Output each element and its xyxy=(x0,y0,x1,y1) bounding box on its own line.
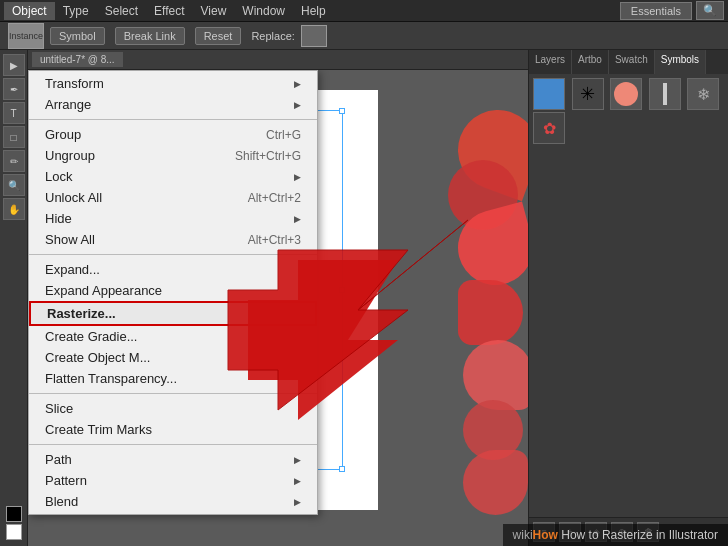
menu-item-group-label: Group xyxy=(45,127,266,142)
instance-area: Instance Symbol Break Link Reset Replace… xyxy=(8,23,327,49)
menu-item-arrange-label: Arrange xyxy=(45,97,294,112)
tool-rect[interactable]: □ xyxy=(3,126,25,148)
symbol-toolbar: Instance Symbol Break Link Reset Replace… xyxy=(0,22,728,50)
menu-item-show-all-label: Show All xyxy=(45,232,248,247)
wikihow-watermark: wikiHow How to Rasterize in Illustrator xyxy=(503,524,728,546)
menu-item-slice-label: Slice xyxy=(45,401,301,416)
tool-pen[interactable]: ✒ xyxy=(3,78,25,100)
menu-item-rasterize-label: Rasterize... xyxy=(47,306,299,321)
divider-3 xyxy=(29,393,317,394)
wikihow-how-text: How xyxy=(533,528,558,542)
divider-2 xyxy=(29,254,317,255)
menu-item-expand[interactable]: Expand... xyxy=(29,259,317,280)
menu-item-effect[interactable]: Effect xyxy=(146,2,192,20)
menu-item-expand-label: Expand... xyxy=(45,262,301,277)
wikihow-title-text: How to Rasterize in Illustrator xyxy=(561,528,718,542)
tool-hand[interactable]: ✋ xyxy=(3,198,25,220)
menu-item-blend-label: Blend xyxy=(45,494,294,509)
essentials-dropdown[interactable]: Essentials xyxy=(620,2,692,20)
menu-item-group[interactable]: Group Ctrl+G xyxy=(29,124,317,145)
instance-icon: Instance xyxy=(8,23,44,49)
tool-text[interactable]: T xyxy=(3,102,25,124)
menu-item-object[interactable]: Object xyxy=(4,2,55,20)
menu-item-slice[interactable]: Slice xyxy=(29,398,317,419)
menu-item-type[interactable]: Type xyxy=(55,2,97,20)
menu-item-transform-label: Transform xyxy=(45,76,294,91)
menu-item-unlock-all-label: Unlock All xyxy=(45,190,248,205)
menu-item-path-label: Path xyxy=(45,452,294,467)
symbol-thumb-4[interactable]: ❄ xyxy=(687,78,719,110)
panel-tab-symbols[interactable]: Symbols xyxy=(655,50,706,74)
menu-item-transform[interactable]: Transform xyxy=(29,73,317,94)
menu-item-help[interactable]: Help xyxy=(293,2,334,20)
handle-mr[interactable] xyxy=(339,287,345,293)
break-link-button[interactable]: Break Link xyxy=(115,27,185,45)
replace-label: Replace: xyxy=(251,30,294,42)
fill-color[interactable] xyxy=(6,506,22,522)
menu-item-path[interactable]: Path xyxy=(29,449,317,470)
menu-item-ungroup[interactable]: Ungroup Shift+Ctrl+G xyxy=(29,145,317,166)
replace-icon[interactable] xyxy=(301,25,327,47)
object-dropdown-menu: Transform Arrange Group Ctrl+G xyxy=(28,70,318,515)
symbol-thumb-1[interactable]: ✳ xyxy=(572,78,604,110)
menu-item-arrange[interactable]: Arrange xyxy=(29,94,317,115)
divider-1 xyxy=(29,119,317,120)
menu-item-unlock-all[interactable]: Unlock All Alt+Ctrl+2 xyxy=(29,187,317,208)
menu-item-flatten-transparency-label: Flatten Transparency... xyxy=(45,371,301,386)
color-swatches xyxy=(4,504,24,542)
symbol-thumb-0[interactable] xyxy=(533,78,565,110)
handle-br[interactable] xyxy=(339,466,345,472)
menu-item-lock[interactable]: Lock xyxy=(29,166,317,187)
menu-item-ungroup-label: Ungroup xyxy=(45,148,235,163)
canvas-wrapper: untitled-7* @ 8... xyxy=(28,50,528,546)
menu-item-create-gradient[interactable]: Create Gradie... xyxy=(29,326,317,347)
menu-item-expand-appearance-label: Expand Appearance xyxy=(45,283,301,298)
menu-item-create-object-mosaic[interactable]: Create Object M... xyxy=(29,347,317,368)
menu-section-5: Path Pattern Blend xyxy=(29,447,317,514)
instance-top-row: Instance Symbol Break Link Reset Replace… xyxy=(8,23,327,49)
reset-button[interactable]: Reset xyxy=(195,27,242,45)
toolbar-right-area: Essentials 🔍 xyxy=(620,1,724,20)
content-row: ▶ ✒ T □ ✏ 🔍 ✋ untitled-7* @ 8... xyxy=(0,50,728,546)
handle-tr[interactable] xyxy=(339,108,345,114)
menu-item-flatten-transparency[interactable]: Flatten Transparency... xyxy=(29,368,317,389)
menu-item-rasterize[interactable]: Rasterize... xyxy=(29,301,317,326)
menu-item-group-shortcut: Ctrl+G xyxy=(266,128,301,142)
menu-item-expand-appearance[interactable]: Expand Appearance xyxy=(29,280,317,301)
menu-item-blend[interactable]: Blend xyxy=(29,491,317,512)
panel-tab-bar: Layers Artbo Swatch Symbols xyxy=(529,50,728,74)
menu-item-view[interactable]: View xyxy=(193,2,235,20)
flower-decoration xyxy=(398,80,528,520)
menu-item-pattern[interactable]: Pattern xyxy=(29,470,317,491)
search-button[interactable]: 🔍 xyxy=(696,1,724,20)
panel-tab-swatch[interactable]: Swatch xyxy=(609,50,655,74)
app-window: Object Type Select Effect View Window He… xyxy=(0,0,728,546)
menu-item-create-gradient-label: Create Gradie... xyxy=(45,329,301,344)
menu-item-pattern-label: Pattern xyxy=(45,473,294,488)
menu-item-lock-label: Lock xyxy=(45,169,294,184)
right-panel: Layers Artbo Swatch Symbols ✳ xyxy=(528,50,728,546)
symbol-button[interactable]: Symbol xyxy=(50,27,105,45)
instance-icon-label: Instance xyxy=(9,31,43,41)
menu-item-create-trim-marks[interactable]: Create Trim Marks xyxy=(29,419,317,440)
menu-item-unlock-all-shortcut: Alt+Ctrl+2 xyxy=(248,191,301,205)
tool-select[interactable]: ▶ xyxy=(3,54,25,76)
menu-item-select[interactable]: Select xyxy=(97,2,146,20)
menu-item-show-all[interactable]: Show All Alt+Ctrl+3 xyxy=(29,229,317,250)
panel-tab-artboard[interactable]: Artbo xyxy=(572,50,609,74)
menu-item-hide-label: Hide xyxy=(45,211,294,226)
menu-bar: Object Type Select Effect View Window He… xyxy=(0,0,728,22)
symbol-thumb-5[interactable]: ✿ xyxy=(533,112,565,144)
document-tab[interactable]: untitled-7* @ 8... xyxy=(32,52,123,67)
canvas-area[interactable]: Transform Arrange Group Ctrl+G xyxy=(28,70,528,546)
menu-item-hide[interactable]: Hide xyxy=(29,208,317,229)
tool-zoom[interactable]: 🔍 xyxy=(3,174,25,196)
panel-tab-layers[interactable]: Layers xyxy=(529,50,572,74)
stroke-color[interactable] xyxy=(6,524,22,540)
wikihow-wiki-text: wiki xyxy=(513,528,533,542)
tool-brush[interactable]: ✏ xyxy=(3,150,25,172)
symbol-thumb-2[interactable] xyxy=(610,78,642,110)
menu-item-create-object-mosaic-label: Create Object M... xyxy=(45,350,301,365)
symbol-thumb-3[interactable] xyxy=(649,78,681,110)
menu-item-window[interactable]: Window xyxy=(234,2,293,20)
